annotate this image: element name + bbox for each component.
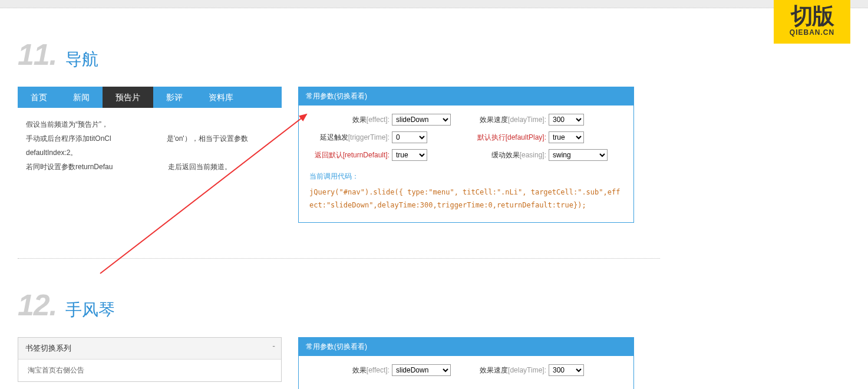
- param-label: 效果速度[delayTime]:: [466, 115, 549, 125]
- nav-item-database[interactable]: 资料库: [196, 87, 246, 108]
- section-title: 12. 手风琴: [18, 288, 660, 322]
- section-title: 11. 导航: [18, 38, 660, 72]
- param-label: 效果速度[delayTime]:: [466, 365, 549, 375]
- params-panel: 常用参数(切换看看) 效果[effect]:slideDown效果速度[dela…: [298, 337, 634, 389]
- param-label: 缓动效果[easing]:: [466, 150, 549, 160]
- accordion-item[interactable]: 淘宝首页右侧公告: [18, 360, 281, 381]
- section-number: 12.: [18, 288, 57, 322]
- section-accordion: 12. 手风琴 书签切换系列 - 淘宝首页右侧公告 常用参数(切换看看) 效果[…: [18, 259, 660, 389]
- param-label: 延迟触发[triggerTime]:: [309, 133, 392, 143]
- nav-item-home[interactable]: 首页: [18, 87, 60, 108]
- accordion-title: 书签切换系列: [25, 344, 71, 352]
- logo-url: QIEBAN.CN: [774, 28, 850, 37]
- param-select[interactable]: true: [549, 131, 584, 143]
- nav-item-review[interactable]: 影评: [153, 87, 196, 108]
- code-output: jQuery("#nav").slide({ type:"menu", titC…: [309, 186, 623, 212]
- nav-description: 假设当前频道为“预告片”， 手动或后台程序添加titOnCl是'on'），相当于…: [18, 108, 282, 183]
- code-label: 当前调用代码：: [309, 172, 623, 182]
- params-panel: 常用参数(切换看看) 效果[effect]:slideDown效果速度[dela…: [298, 87, 634, 223]
- nav-demo: 首页 新闻 预告片 影评 资料库 假设当前频道为“预告片”， 手动或后台程序添加…: [18, 87, 282, 223]
- top-bar: [0, 0, 868, 8]
- nav-item-news[interactable]: 新闻: [60, 87, 103, 108]
- param-select[interactable]: true: [392, 149, 427, 161]
- param-select[interactable]: slideDown: [392, 364, 451, 376]
- param-label: 默认执行[defaultPlay]:: [466, 133, 549, 143]
- logo-text: 切版: [774, 5, 850, 27]
- param-label: 返回默认[returnDefault]:: [309, 150, 392, 160]
- param-select[interactable]: swing: [549, 149, 608, 161]
- panel-header: 常用参数(切换看看): [299, 338, 633, 356]
- section-number: 11.: [18, 38, 57, 72]
- panel-header: 常用参数(切换看看): [299, 87, 633, 106]
- param-label: 效果[effect]:: [309, 115, 392, 125]
- param-select[interactable]: 300: [549, 364, 584, 376]
- nav-bar: 首页 新闻 预告片 影评 资料库: [18, 87, 282, 108]
- param-select[interactable]: 300: [549, 114, 584, 126]
- param-select[interactable]: slideDown: [392, 114, 451, 126]
- section-name: 手风琴: [65, 299, 115, 321]
- accordion-header[interactable]: 书签切换系列 -: [18, 338, 281, 360]
- site-logo[interactable]: 切版 QIEBAN.CN: [774, 0, 850, 44]
- param-label: 效果[effect]:: [309, 365, 392, 375]
- param-select[interactable]: 0: [392, 131, 427, 143]
- nav-item-trailer[interactable]: 预告片: [103, 87, 153, 108]
- section-name: 导航: [65, 48, 98, 71]
- collapse-icon: -: [272, 341, 275, 351]
- section-nav: 11. 导航 首页 新闻 预告片 影评 资料库 假设当前频道为“预告片”， 手动…: [18, 38, 660, 223]
- accordion-demo: 书签切换系列 - 淘宝首页右侧公告: [18, 337, 282, 389]
